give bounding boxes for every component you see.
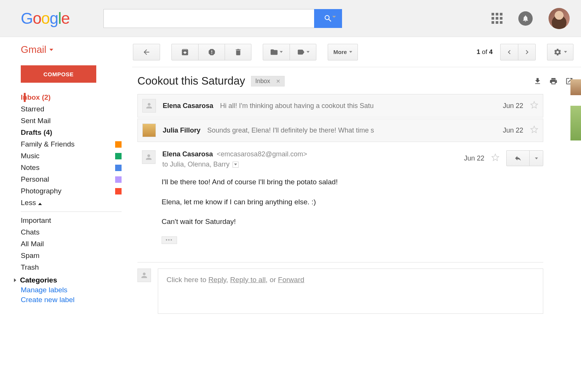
pager-next-button[interactable] bbox=[518, 44, 535, 60]
account-avatar[interactable] bbox=[549, 8, 570, 29]
compose-button[interactable]: COMPOSE bbox=[21, 65, 96, 83]
trimmed-content-button[interactable]: ••• bbox=[162, 236, 177, 244]
reply-box[interactable]: Click here to Reply, Reply to all, or Fo… bbox=[158, 269, 543, 314]
sidebar-item-important[interactable]: Important bbox=[21, 215, 122, 226]
sidebar-item-less[interactable]: Less bbox=[21, 197, 122, 208]
label-color-swatch bbox=[115, 141, 122, 148]
chevron-up-icon bbox=[38, 203, 42, 205]
label-color-swatch bbox=[115, 188, 122, 194]
settings-button[interactable] bbox=[547, 44, 573, 60]
print-icon[interactable] bbox=[549, 77, 558, 85]
apps-icon[interactable] bbox=[492, 13, 502, 24]
chevron-down-icon bbox=[234, 164, 237, 165]
thread: Cookout this Saturday Inbox ✕ Elena Casa… bbox=[132, 67, 581, 314]
sidebar-item-starred[interactable]: Starred bbox=[21, 103, 122, 115]
chevron-right-icon bbox=[14, 278, 16, 282]
search-input[interactable] bbox=[103, 9, 314, 28]
collapsed-message[interactable]: Elena Casarosa Hi all! I'm thinking abou… bbox=[137, 94, 543, 117]
sender-name: Elena Casarosa bbox=[163, 102, 213, 110]
gear-icon bbox=[553, 48, 562, 56]
contact-thumbnail[interactable] bbox=[570, 79, 581, 95]
chevron-down-icon bbox=[49, 49, 53, 51]
sidebar-item-personal[interactable]: Personal bbox=[21, 174, 122, 185]
reply-more-button[interactable] bbox=[529, 151, 543, 166]
chevron-down-icon bbox=[564, 51, 567, 53]
avatar-icon bbox=[142, 99, 156, 113]
sidebar-item-sent[interactable]: Sent Mail bbox=[21, 115, 122, 127]
archive-button[interactable] bbox=[172, 44, 198, 60]
sidebar-item-music[interactable]: Music bbox=[21, 150, 122, 162]
pager-text: 1 of 4 bbox=[476, 48, 493, 56]
more-button[interactable]: More bbox=[328, 44, 358, 60]
label-color-swatch bbox=[115, 176, 122, 183]
main: Gmail COMPOSE Inbox (2) Starred Sent Mai… bbox=[0, 37, 581, 314]
labels-button[interactable] bbox=[290, 44, 316, 60]
header-right bbox=[492, 8, 581, 29]
gmail-dropdown[interactable]: Gmail bbox=[21, 44, 122, 56]
reply-area: Click here to Reply, Reply to all, or Fo… bbox=[137, 269, 581, 314]
sidebar-item-chats[interactable]: Chats bbox=[21, 227, 122, 238]
folder-icon bbox=[270, 48, 278, 56]
chevron-down-icon bbox=[280, 51, 283, 53]
reply-button[interactable] bbox=[507, 151, 529, 166]
reply-all-link[interactable]: Reply to all bbox=[230, 276, 266, 284]
right-rail bbox=[570, 56, 581, 151]
search-options-dropdown[interactable] bbox=[332, 16, 336, 18]
date: Jun 22 bbox=[464, 154, 484, 162]
sidebar: Gmail COMPOSE Inbox (2) Starred Sent Mai… bbox=[0, 37, 132, 314]
moveto-button[interactable] bbox=[263, 44, 290, 60]
sidebar-item-photography[interactable]: Photography bbox=[21, 185, 122, 197]
snippet: Hi all! I'm thinking about having a cook… bbox=[220, 102, 496, 110]
trash-icon bbox=[234, 48, 242, 56]
star-button[interactable] bbox=[491, 153, 499, 163]
back-arrow-icon bbox=[142, 48, 151, 56]
snippet: Sounds great, Elena! I'll definitely be … bbox=[207, 127, 496, 134]
manage-labels-link[interactable]: Manage labels bbox=[21, 286, 122, 294]
label-chip[interactable]: Inbox ✕ bbox=[251, 76, 285, 86]
sidebar-item-inbox[interactable]: Inbox (2) bbox=[21, 92, 122, 103]
collapsed-message[interactable]: Julia Fillory Sounds great, Elena! I'll … bbox=[137, 119, 543, 142]
chevron-down-icon bbox=[535, 157, 538, 159]
chevron-down-icon bbox=[349, 51, 352, 53]
header: Google bbox=[0, 0, 581, 37]
sidebar-item-trash[interactable]: Trash bbox=[21, 262, 122, 273]
recipients: to Julia, Olenna, Barry bbox=[162, 161, 457, 168]
avatar-icon bbox=[137, 269, 151, 282]
sidebar-item-categories[interactable]: Categories bbox=[21, 276, 122, 284]
searchbar bbox=[103, 9, 342, 28]
remove-label-icon[interactable]: ✕ bbox=[276, 78, 280, 84]
chevron-right-icon bbox=[523, 48, 531, 56]
avatar-icon bbox=[142, 123, 156, 137]
notifications-icon[interactable] bbox=[518, 11, 533, 26]
forward-link[interactable]: Forward bbox=[278, 276, 304, 284]
sidebar-item-notes[interactable]: Notes bbox=[21, 162, 122, 173]
reply-icon bbox=[514, 154, 522, 162]
star-button[interactable] bbox=[530, 101, 538, 111]
content: More 1 of 4 Cookout this Saturday Inbox … bbox=[132, 37, 581, 314]
reply-link[interactable]: Reply bbox=[208, 276, 226, 284]
pager-prev-button[interactable] bbox=[501, 44, 518, 60]
sidebar-item-drafts[interactable]: Drafts (4) bbox=[21, 127, 122, 138]
avatar-icon bbox=[142, 150, 156, 164]
sidebar-item-spam[interactable]: Spam bbox=[21, 250, 122, 261]
search-button[interactable] bbox=[314, 9, 342, 28]
google-logo[interactable]: Google bbox=[21, 9, 69, 28]
spam-button[interactable] bbox=[198, 44, 225, 60]
sidebar-item-family[interactable]: Family & Friends bbox=[21, 139, 122, 150]
star-button[interactable] bbox=[530, 125, 538, 135]
download-icon[interactable] bbox=[533, 77, 542, 85]
divider bbox=[21, 211, 122, 212]
label-color-swatch bbox=[115, 153, 122, 159]
sidebar-item-allmail[interactable]: All Mail bbox=[21, 238, 122, 250]
message-body: I'll be there too! And of course I'll br… bbox=[162, 177, 543, 227]
contact-thumbnail[interactable] bbox=[570, 106, 581, 140]
back-button[interactable] bbox=[133, 44, 160, 60]
sender-name: Elena Casarosa bbox=[162, 150, 213, 158]
sender-name: Julia Fillory bbox=[163, 127, 200, 134]
delete-button[interactable] bbox=[225, 44, 251, 60]
expanded-message: Elena Casarosa <emcasarosa82@gmail.com> … bbox=[137, 142, 581, 252]
show-details-button[interactable] bbox=[233, 162, 239, 168]
thread-subject: Cookout this Saturday bbox=[137, 75, 245, 87]
create-label-link[interactable]: Create new label bbox=[21, 296, 122, 304]
divider bbox=[137, 262, 543, 262]
